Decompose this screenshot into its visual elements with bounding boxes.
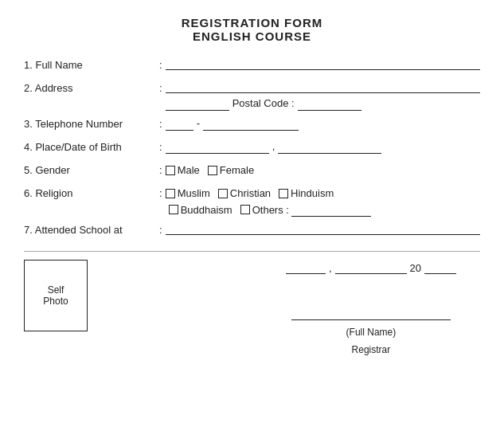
school-field-col	[166, 222, 480, 235]
others-item: Others :	[240, 202, 371, 217]
birth-inline: ,	[166, 139, 480, 154]
full-name-colon: :	[159, 57, 162, 71]
muslim-label: Muslim	[178, 187, 210, 199]
date-city	[286, 260, 326, 274]
birth-date	[278, 139, 381, 154]
female-label: Female	[220, 164, 254, 176]
form-body: 1. Full Name : 2. Address : Postal Code …	[24, 57, 480, 240]
form-title-line1: REGISTRATION FORM	[24, 16, 480, 29]
address-colon: :	[159, 80, 162, 94]
religion-row2: Buddhaism Others :	[169, 202, 480, 217]
gender-colon: :	[159, 163, 162, 176]
tel-area-code	[166, 116, 193, 131]
full-name-label: 1. Full Name	[24, 57, 159, 71]
full-name-caption: (Full Name)	[346, 327, 397, 338]
tel-number	[203, 116, 299, 131]
school-input[interactable]	[166, 222, 480, 235]
male-checkbox[interactable]	[166, 166, 175, 175]
muslim-item: Muslim	[166, 187, 210, 199]
buddhaism-item: Buddhaism	[169, 204, 232, 216]
telephone-row: 3. Telephone Number : -	[24, 116, 480, 134]
year-prefix: 20	[410, 262, 421, 274]
postal-code-label: Postal Code :	[232, 97, 295, 111]
postal-prefix-line	[166, 96, 229, 111]
full-name-field-col	[166, 57, 480, 70]
others-label: Others :	[252, 204, 289, 216]
date-comma: ,	[329, 262, 332, 274]
christian-checkbox[interactable]	[218, 189, 228, 198]
postal-row: Postal Code :	[166, 96, 480, 111]
birth-row: 4. Place/Date of Birth : ,	[24, 139, 480, 157]
religion-label: 6. Religion	[24, 186, 159, 199]
male-label: Male	[178, 164, 200, 176]
gender-female-item: Female	[208, 164, 254, 176]
school-colon: :	[159, 222, 162, 236]
page-header: REGISTRATION FORM ENGLISH COURSE	[24, 16, 480, 43]
divider	[24, 251, 480, 252]
signature-section: , 20 (Full Name) Registrar	[286, 260, 456, 355]
postal-code-input	[298, 96, 361, 111]
hinduism-checkbox[interactable]	[279, 189, 288, 198]
form-title-line2: ENGLISH COURSE	[24, 29, 480, 43]
footer-area: Self Photo , 20 (Full Name) Registrar	[24, 260, 480, 355]
hinduism-label: Hinduism	[291, 187, 334, 199]
address-row: 2. Address : Postal Code :	[24, 80, 480, 111]
address-label: 2. Address	[24, 80, 159, 94]
religion-row: 6. Religion : Muslim Christian Hinduism	[24, 186, 480, 217]
birth-comma: ,	[272, 140, 275, 154]
self-text: Self	[48, 284, 64, 296]
christian-item: Christian	[218, 187, 271, 199]
registrar-caption: Registrar	[352, 344, 391, 355]
birth-field-col: ,	[166, 139, 480, 154]
gender-row: 5. Gender : Male Female	[24, 163, 480, 180]
muslim-checkbox[interactable]	[166, 189, 175, 198]
others-checkbox[interactable]	[240, 205, 250, 214]
date-row: , 20	[286, 260, 456, 274]
full-name-row: 1. Full Name :	[24, 57, 480, 75]
date-month-day	[335, 260, 407, 274]
others-input-line	[291, 202, 371, 217]
religion-row1: Muslim Christian Hinduism	[166, 186, 480, 199]
religion-colon: :	[159, 186, 162, 199]
date-year	[424, 260, 456, 274]
address-field-col: Postal Code :	[166, 80, 480, 111]
buddhaism-label: Buddhaism	[181, 204, 232, 216]
telephone-field-col: -	[166, 116, 480, 131]
address-input[interactable]	[166, 80, 480, 93]
female-checkbox[interactable]	[208, 166, 217, 175]
tel-dash: -	[197, 117, 200, 131]
school-row: 7. Attended School at :	[24, 222, 480, 240]
christian-label: Christian	[230, 187, 271, 199]
religion-field-col: Muslim Christian Hinduism Buddhaism	[166, 186, 480, 217]
gender-field-col: Male Female	[166, 163, 480, 176]
birth-label: 4. Place/Date of Birth	[24, 139, 159, 153]
full-name-input[interactable]	[166, 57, 480, 70]
photo-box: Self Photo	[24, 260, 88, 331]
gender-male-item: Male	[166, 164, 200, 176]
birth-colon: :	[159, 139, 162, 153]
hinduism-item: Hinduism	[279, 187, 334, 199]
telephone-colon: :	[159, 116, 162, 130]
photo-text: Photo	[43, 296, 68, 307]
signature-line	[291, 280, 451, 320]
gender-label: 5. Gender	[24, 163, 159, 176]
birth-place	[166, 139, 269, 154]
telephone-inline: -	[166, 116, 480, 131]
gender-options: Male Female	[166, 163, 480, 176]
buddhaism-checkbox[interactable]	[169, 205, 178, 214]
school-label: 7. Attended School at	[24, 222, 159, 236]
telephone-label: 3. Telephone Number	[24, 116, 159, 130]
